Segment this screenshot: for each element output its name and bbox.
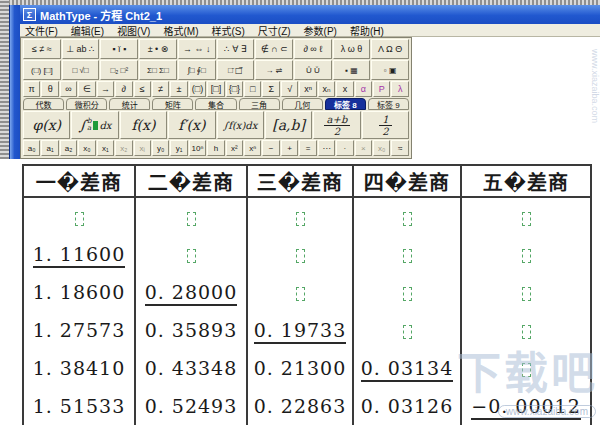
tab-3[interactable]: 统计 <box>109 98 150 110</box>
tiny-symbol-button-1[interactable]: a₀ <box>23 140 40 156</box>
small-symbol-button-20[interactable]: P <box>373 81 390 97</box>
template-palette-button-3[interactable]: □₂ □² <box>100 60 138 80</box>
tab-5[interactable]: 集合 <box>195 98 236 110</box>
small-symbol-button-11[interactable]: [□] <box>207 81 224 97</box>
tab-7[interactable]: 几何 <box>282 98 323 110</box>
big-template-button-3[interactable]: f(x) <box>120 111 167 139</box>
empty-slot-icon[interactable] <box>296 287 305 301</box>
template-palette-button-4[interactable]: Σ□ Σ□ <box>139 60 177 80</box>
menu-item-7[interactable]: 参数(P) <box>304 23 337 38</box>
table-cell[interactable] <box>461 349 591 387</box>
table-cell[interactable] <box>461 235 591 273</box>
big-template-button-7[interactable]: a+b2 <box>313 111 360 139</box>
small-symbol-button-9[interactable]: ± <box>170 81 187 97</box>
table-cell[interactable] <box>353 273 461 311</box>
symbol-palette-button-6[interactable]: ∴ ∀ ∃ <box>217 39 255 59</box>
small-symbol-button-21[interactable]: λ <box>391 81 408 97</box>
big-template-button-2[interactable]: ∫badx <box>71 111 118 139</box>
big-template-button-8[interactable]: 12 <box>362 111 409 139</box>
table-cell[interactable] <box>247 197 353 235</box>
small-symbol-button-5[interactable]: → <box>97 81 114 97</box>
table-cell[interactable] <box>353 197 461 235</box>
small-symbol-button-7[interactable]: ≤ <box>134 81 151 97</box>
tiny-symbol-button-20[interactable]: x₀ <box>373 140 390 156</box>
table-cell[interactable]: 1. 51533 <box>23 387 135 425</box>
table-cell[interactable]: 0. 28000 <box>135 273 247 311</box>
template-palette-button-10[interactable]: ▫ ▣ <box>371 60 409 80</box>
symbol-palette-button-8[interactable]: ∂ ∞ ℓ <box>294 39 332 59</box>
empty-slot-icon[interactable] <box>522 363 531 377</box>
small-symbol-button-1[interactable]: π <box>23 81 40 97</box>
menu-item-5[interactable]: 样式(S) <box>211 23 244 38</box>
tiny-symbol-button-15[interactable]: + <box>281 140 298 156</box>
empty-slot-icon[interactable] <box>187 249 196 263</box>
tiny-symbol-button-5[interactable]: x₁ <box>97 140 114 156</box>
tab-1[interactable]: 代数 <box>23 98 64 110</box>
small-symbol-button-12[interactable]: {□} <box>226 81 243 97</box>
empty-slot-icon[interactable] <box>296 212 305 226</box>
table-cell[interactable] <box>353 235 461 273</box>
tiny-symbol-button-21[interactable]: ≈ <box>391 140 408 156</box>
table-cell[interactable]: 1. 18600 <box>23 273 135 311</box>
tab-4[interactable]: 矩阵 <box>152 98 193 110</box>
table-cell[interactable] <box>247 273 353 311</box>
menu-item-6[interactable]: 尺寸(Z) <box>258 23 291 38</box>
template-palette-button-5[interactable]: ∫□ ∮□ <box>178 60 216 80</box>
table-cell[interactable]: 1. 27573 <box>23 311 135 349</box>
empty-slot-icon[interactable] <box>403 249 412 263</box>
table-cell[interactable] <box>461 197 591 235</box>
small-symbol-button-18[interactable]: x <box>336 81 353 97</box>
table-cell[interactable] <box>135 197 247 235</box>
menu-item-2[interactable]: 编辑(E) <box>71 23 104 38</box>
symbol-palette-button-10[interactable]: Λ Ω Θ <box>371 39 409 59</box>
tiny-symbol-button-7[interactable]: xᵢ <box>134 140 151 156</box>
tiny-symbol-button-9[interactable]: y₁ <box>170 140 187 156</box>
small-symbol-button-4[interactable]: ∈ <box>78 81 95 97</box>
template-palette-button-8[interactable]: Û Ǔ <box>294 60 332 80</box>
tiny-symbol-button-4[interactable]: x₀ <box>78 140 95 156</box>
empty-slot-icon[interactable] <box>187 212 196 226</box>
symbol-palette-button-5[interactable]: → ⇔ ↓ <box>178 39 216 59</box>
table-cell[interactable]: 0. 35893 <box>135 311 247 349</box>
symbol-palette-button-1[interactable]: ≤ ≠ ≈ <box>23 39 61 59</box>
tiny-symbol-button-13[interactable]: xⁿ <box>244 140 261 156</box>
menu-item-1[interactable]: 文件(F) <box>25 23 58 38</box>
tab-9[interactable]: 标签 9 <box>368 98 409 110</box>
table-cell[interactable]: 0. 22863 <box>247 387 353 425</box>
empty-slot-icon[interactable] <box>403 287 412 301</box>
empty-slot-icon[interactable] <box>522 249 531 263</box>
empty-slot-icon[interactable] <box>403 325 412 339</box>
small-symbol-button-16[interactable]: xⁿ <box>299 81 316 97</box>
empty-slot-icon[interactable] <box>296 249 305 263</box>
small-symbol-button-19[interactable]: α <box>355 81 372 97</box>
small-symbol-button-13[interactable]: □ <box>244 81 261 97</box>
small-symbol-button-2[interactable]: θ <box>41 81 58 97</box>
small-symbol-button-6[interactable]: ∂ <box>115 81 132 97</box>
small-symbol-button-14[interactable]: Σ <box>262 81 279 97</box>
template-palette-button-9[interactable]: ▪ ▦ <box>333 60 371 80</box>
menu-item-3[interactable]: 视图(V) <box>117 23 150 38</box>
small-symbol-button-17[interactable]: xₙ <box>318 81 335 97</box>
table-cell[interactable] <box>135 235 247 273</box>
tiny-symbol-button-16[interactable]: = <box>299 140 316 156</box>
empty-slot-icon[interactable] <box>403 212 412 226</box>
template-palette-button-6[interactable]: □̄ □⃗ <box>217 60 255 80</box>
empty-slot-icon[interactable] <box>522 287 531 301</box>
table-cell[interactable] <box>353 311 461 349</box>
symbol-palette-button-3[interactable]: ▪ ï ▪ <box>100 39 138 59</box>
table-cell[interactable]: 1. 38410 <box>23 349 135 387</box>
menu-item-8[interactable]: 帮助(H) <box>350 23 384 38</box>
tiny-symbol-button-11[interactable]: h <box>207 140 224 156</box>
table-cell[interactable] <box>247 235 353 273</box>
table-cell[interactable]: 0. 43348 <box>135 349 247 387</box>
title-bar[interactable]: Σ MathType - 方程 Cht2_1 <box>20 5 600 24</box>
tiny-symbol-button-17[interactable]: ⋯ <box>318 140 335 156</box>
empty-slot-icon[interactable] <box>75 212 84 226</box>
table-cell[interactable]: 0. 21300 <box>247 349 353 387</box>
big-template-button-4[interactable]: f′(x) <box>168 111 215 139</box>
tiny-symbol-button-8[interactable]: y₀ <box>152 140 169 156</box>
symbol-palette-button-9[interactable]: λ ω θ <box>333 39 371 59</box>
table-cell[interactable] <box>461 311 591 349</box>
tiny-symbol-button-6[interactable]: x₂ <box>115 140 132 156</box>
tiny-symbol-button-19[interactable]: × <box>355 140 372 156</box>
